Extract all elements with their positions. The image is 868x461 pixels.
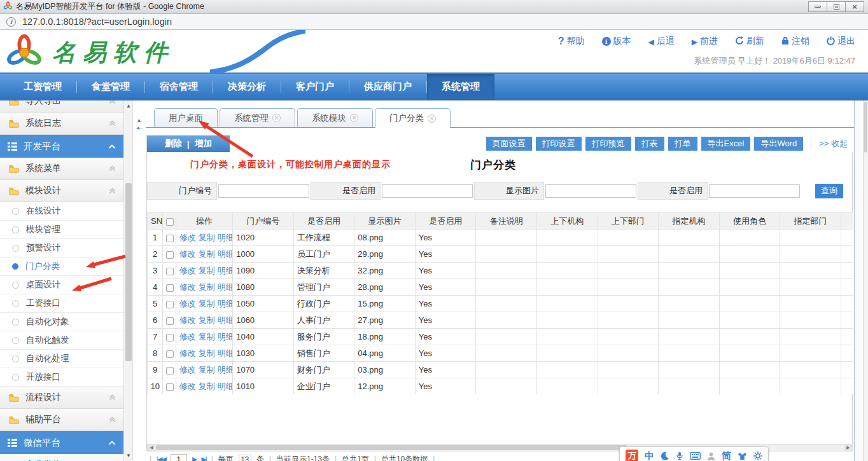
next-page-icon[interactable]: ▶ bbox=[192, 455, 196, 461]
page-input[interactable] bbox=[171, 454, 187, 461]
row-action-1[interactable]: 复制 bbox=[199, 315, 215, 325]
double-chevron-up-icon[interactable] bbox=[109, 100, 116, 104]
row-action-1[interactable]: 复制 bbox=[199, 282, 215, 292]
tab-0[interactable]: 用户桌面 bbox=[154, 108, 218, 127]
row-checkbox[interactable] bbox=[166, 268, 174, 275]
row-action-1[interactable]: 复制 bbox=[199, 348, 215, 358]
row-checkbox[interactable] bbox=[166, 301, 174, 308]
row-action-0[interactable]: 修改 bbox=[179, 315, 196, 325]
sidebar-folder-1[interactable]: 系统日志 bbox=[0, 113, 123, 135]
sidebar-folder-4[interactable]: 模块设计 bbox=[0, 180, 123, 202]
nav-item-6[interactable]: 系统管理 bbox=[427, 74, 494, 100]
row-action-0[interactable]: 修改 bbox=[179, 233, 196, 242]
sidebar-folder-16[interactable]: 辅助平台 bbox=[0, 409, 123, 431]
sidebar-folder-18[interactable]: 企业微信 bbox=[0, 454, 123, 461]
close-button[interactable]: × bbox=[845, 1, 864, 12]
sidebar-folder-3[interactable]: 系统菜单 bbox=[0, 158, 123, 180]
vscroll-thumb[interactable] bbox=[864, 102, 867, 153]
row-action-1[interactable]: 复制 bbox=[199, 266, 215, 275]
toolbar-button-2[interactable]: 打印预览 bbox=[585, 137, 631, 151]
sidebar-item-14[interactable]: 开放接口 bbox=[0, 368, 123, 387]
nav-item-3[interactable]: 决策分析 bbox=[213, 74, 281, 100]
header-link-lock[interactable]: 注销 bbox=[781, 36, 809, 47]
filter-input-3[interactable] bbox=[709, 184, 800, 198]
nav-item-4[interactable]: 客户门户 bbox=[281, 74, 349, 100]
row-action-1[interactable]: 复制 bbox=[199, 382, 215, 391]
row-action-2[interactable]: 明细 bbox=[218, 282, 233, 292]
tab-close-icon[interactable]: × bbox=[428, 114, 436, 123]
first-page-icon[interactable]: |◀◀ bbox=[157, 455, 165, 461]
person-icon[interactable] bbox=[707, 452, 715, 460]
settings-icon[interactable] bbox=[753, 451, 762, 460]
row-checkbox[interactable] bbox=[166, 235, 174, 242]
row-action-2[interactable]: 明细 bbox=[218, 365, 233, 375]
sidebar-item-9[interactable]: 桌面设计 bbox=[0, 276, 123, 294]
toolbar-button-4[interactable]: 打单 bbox=[668, 137, 697, 151]
sidebar-scroll-thumb[interactable] bbox=[125, 183, 132, 361]
double-chevron-up-icon[interactable] bbox=[109, 120, 116, 127]
header-link-refresh[interactable]: 刷新 bbox=[735, 36, 764, 47]
row-checkbox[interactable] bbox=[166, 251, 174, 259]
sidebar-item-11[interactable]: 自动化对象 bbox=[0, 313, 123, 331]
row-action-2[interactable]: 明细 bbox=[218, 315, 233, 325]
header-link-info[interactable]: i版本 bbox=[602, 36, 631, 47]
tab-2[interactable]: 系统模块× bbox=[297, 108, 373, 127]
row-action-2[interactable]: 明细 bbox=[218, 299, 233, 308]
row-action-0[interactable]: 修改 bbox=[179, 348, 196, 358]
tab-1[interactable]: 系统管理× bbox=[220, 108, 295, 127]
sidebar-item-5[interactable]: 在线设计 bbox=[0, 202, 123, 221]
nav-item-1[interactable]: 食堂管理 bbox=[77, 74, 144, 100]
nav-item-0[interactable]: 工资管理 bbox=[9, 74, 76, 100]
window-vscrollbar[interactable] bbox=[863, 100, 868, 461]
row-action-0[interactable]: 修改 bbox=[179, 332, 196, 341]
row-action-1[interactable]: 复制 bbox=[199, 299, 215, 308]
last-page-icon[interactable]: ▶| bbox=[201, 455, 206, 461]
toolbar-button-5[interactable]: 导出Excel bbox=[701, 137, 751, 151]
row-action-2[interactable]: 明细 bbox=[218, 233, 233, 242]
row-action-2[interactable]: 明细 bbox=[218, 266, 233, 275]
row-action-1[interactable]: 复制 bbox=[199, 365, 215, 375]
row-action-1[interactable]: 复制 bbox=[199, 332, 215, 341]
tab-close-icon[interactable]: × bbox=[350, 114, 358, 122]
row-action-2[interactable]: 明细 bbox=[218, 382, 233, 391]
sidebar-scrollbar[interactable]: ▲ ▼ bbox=[124, 100, 133, 461]
toolbar-button-3[interactable]: 打表 bbox=[635, 137, 664, 151]
tab-close-icon[interactable]: × bbox=[272, 114, 281, 122]
nav-item-5[interactable]: 供应商门户 bbox=[349, 74, 426, 100]
minimize-button[interactable] bbox=[808, 1, 827, 12]
header-link-power[interactable]: 退出 bbox=[827, 36, 855, 47]
chevron-up-icon[interactable] bbox=[108, 441, 116, 445]
row-action-2[interactable]: 明细 bbox=[218, 249, 233, 259]
sidebar-section-17[interactable]: 微信平台 bbox=[0, 431, 123, 454]
hscroll-thumb[interactable] bbox=[156, 445, 627, 450]
row-checkbox[interactable] bbox=[166, 334, 174, 341]
row-action-2[interactable]: 明细 bbox=[218, 332, 233, 341]
filter-input-2[interactable] bbox=[545, 184, 636, 198]
filter-input-1[interactable] bbox=[382, 184, 473, 198]
content-vscrollbar[interactable] bbox=[854, 100, 863, 461]
sidebar-item-6[interactable]: 模块管理 bbox=[0, 221, 123, 239]
lang-mode-icon[interactable]: 中 bbox=[645, 450, 654, 461]
mic-icon[interactable] bbox=[676, 451, 683, 460]
sidebar-item-12[interactable]: 自动化触发 bbox=[0, 331, 123, 350]
row-action-0[interactable]: 修改 bbox=[179, 382, 196, 391]
row-action-1[interactable]: 复制 bbox=[199, 233, 215, 242]
sidebar-item-13[interactable]: 自动化处理 bbox=[0, 350, 123, 368]
maximize-button[interactable] bbox=[827, 1, 846, 12]
scroll-down-icon[interactable]: ▼ bbox=[126, 453, 131, 458]
row-action-1[interactable]: 复制 bbox=[199, 249, 215, 259]
sidebar-item-10[interactable]: 工资接口 bbox=[0, 294, 123, 313]
double-chevron-up-icon[interactable] bbox=[109, 394, 116, 401]
sidebar-folder-0[interactable]: 导入导出 bbox=[0, 100, 123, 113]
row-checkbox[interactable] bbox=[166, 284, 174, 292]
skin-icon[interactable] bbox=[738, 452, 747, 460]
row-action-0[interactable]: 修改 bbox=[179, 282, 196, 292]
sidebar-item-7[interactable]: 预警设计 bbox=[0, 239, 123, 258]
toolbar-button-6[interactable]: 导出Word bbox=[754, 137, 803, 151]
simplified-icon[interactable]: 简 bbox=[722, 450, 731, 461]
per-page-input[interactable]: 13 bbox=[239, 455, 251, 461]
moon-icon[interactable] bbox=[661, 451, 669, 460]
row-action-0[interactable]: 修改 bbox=[179, 266, 196, 275]
row-checkbox[interactable] bbox=[166, 350, 174, 358]
sidebar-folder-15[interactable]: 流程设计 bbox=[0, 387, 123, 409]
